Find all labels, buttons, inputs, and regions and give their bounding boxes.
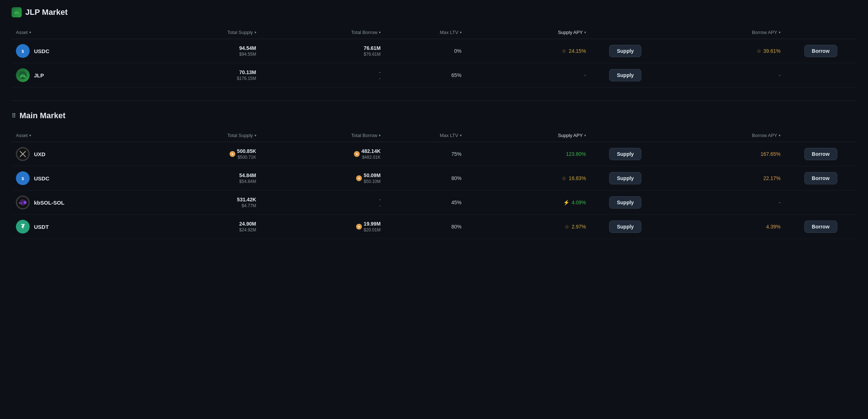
asset-icon-uxd bbox=[16, 147, 30, 161]
supply-button[interactable]: Supply bbox=[609, 196, 641, 209]
table-row: ₮ USDT 24.90M $24.92M ● bbox=[12, 215, 856, 239]
table-row: JLP 70.13M $176.15M -- 65% bbox=[12, 63, 856, 87]
jlp-col-supply-btn bbox=[590, 26, 660, 39]
star-icon: ☆ bbox=[757, 48, 761, 54]
asset-icon-usdc: $ bbox=[16, 171, 30, 185]
main-market-section: ⠿ Main Market Asset ▾ Total Supply ▾ bbox=[12, 111, 856, 239]
jlp-logo-icon bbox=[12, 7, 22, 17]
max-ltv-cell: 80% bbox=[385, 166, 466, 191]
borrow-sub: $50.10M bbox=[364, 179, 381, 184]
total-supply-cell: 24.90M $24.92M bbox=[136, 215, 260, 239]
jlp-col-borrow-apy[interactable]: Borrow APY ▾ bbox=[660, 26, 785, 39]
bolt-icon: ⚡ bbox=[563, 200, 569, 205]
borrow-main: 482.14K bbox=[362, 148, 381, 154]
borrow-button[interactable]: Borrow bbox=[804, 148, 837, 160]
supply-apy-value: 16.83% bbox=[569, 175, 586, 181]
total-supply-cell: ● 500.85K $500.71K bbox=[136, 142, 260, 166]
supply-apy-cell: 123.80% bbox=[466, 142, 590, 166]
borrow-sub: $20.01M bbox=[364, 227, 381, 232]
borrow-button[interactable]: Borrow bbox=[804, 45, 837, 57]
borrow-apy-cell: 4.39% bbox=[660, 215, 785, 239]
max-ltv-cell: 45% bbox=[385, 191, 466, 215]
supply-button[interactable]: Supply bbox=[609, 69, 641, 81]
supply-btn-cell: Supply bbox=[590, 166, 660, 191]
asset-cell: JLP bbox=[12, 63, 136, 87]
asset-cell: kb kbSOL-SOL bbox=[12, 191, 136, 215]
supply-apy-value: 4.09% bbox=[572, 200, 586, 205]
main-col-supply-apy[interactable]: Supply APY ▾ bbox=[466, 129, 590, 142]
coin-icon: ● bbox=[354, 151, 360, 157]
total-supply-cell: 54.84M $54.84M bbox=[136, 166, 260, 191]
max-ltv-cell: 80% bbox=[385, 215, 466, 239]
asset-sort-icon: ▾ bbox=[29, 30, 31, 34]
table-row: $ USDC 94.54M $94.55M bbox=[12, 39, 856, 63]
total-supply-cell: 94.54M $94.55M bbox=[136, 39, 260, 63]
asset-name: UXD bbox=[34, 151, 46, 157]
borrow-apy-cell: ☆ 39.61% bbox=[660, 39, 785, 63]
borrow-button[interactable]: Borrow bbox=[804, 172, 837, 184]
asset-name: USDC bbox=[34, 175, 50, 181]
total-borrow-cell: ● 50.09M $50.10M bbox=[261, 166, 385, 191]
supply-sub: $94.55M bbox=[239, 52, 256, 57]
supply-button[interactable]: Supply bbox=[609, 148, 641, 160]
asset-cell: UXD bbox=[12, 142, 136, 166]
total-borrow-cell: -- bbox=[261, 191, 385, 215]
supply-apy-cell: ⚡ 4.09% bbox=[466, 191, 590, 215]
jlp-col-total-borrow[interactable]: Total Borrow ▾ bbox=[261, 26, 385, 39]
supply-main: 500.85K bbox=[237, 148, 256, 154]
supply-apy-value: 24.15% bbox=[569, 48, 586, 54]
borrow-main: 50.09M bbox=[364, 172, 381, 178]
asset-icon-kbsol: kb bbox=[16, 196, 30, 209]
main-col-borrow-btn bbox=[785, 129, 856, 142]
main-ltv-sort-icon: ▾ bbox=[460, 133, 462, 137]
main-borrow-apy-sort-icon: ▾ bbox=[779, 133, 781, 137]
jlp-market-section: JLP Market Asset ▾ Total Supply ▾ bbox=[12, 7, 856, 87]
svg-point-11 bbox=[23, 201, 27, 204]
borrow-main: 76.61M bbox=[364, 45, 381, 51]
main-col-total-supply[interactable]: Total Supply ▾ bbox=[136, 129, 260, 142]
main-col-asset[interactable]: Asset ▾ bbox=[12, 129, 136, 142]
supply-button[interactable]: Supply bbox=[609, 172, 641, 184]
jlp-col-supply-apy[interactable]: Supply APY ▾ bbox=[466, 26, 590, 39]
coin-icon: ● bbox=[356, 224, 362, 230]
jlp-col-max-ltv[interactable]: Max LTV ▾ bbox=[385, 26, 466, 39]
supply-apy-sort-icon: ▾ bbox=[584, 30, 586, 34]
star-icon: ☆ bbox=[565, 224, 569, 230]
supply-main: 70.13M bbox=[237, 69, 256, 75]
table-row: $ USDC 54.84M $54.84M ● bbox=[12, 166, 856, 191]
main-col-supply-btn bbox=[590, 129, 660, 142]
borrow-apy-value: - bbox=[779, 200, 781, 205]
borrow-apy-sort-icon: ▾ bbox=[779, 30, 781, 34]
main-asset-sort-icon: ▾ bbox=[29, 133, 31, 137]
total-borrow-cell: ● 482.14K $482.01K bbox=[261, 142, 385, 166]
borrow-apy-cell: 22.17% bbox=[660, 166, 785, 191]
grid-icon: ⠿ bbox=[12, 112, 16, 119]
supply-btn-cell: Supply bbox=[590, 63, 660, 87]
supply-main: 94.54M bbox=[239, 45, 256, 51]
asset-name: USDT bbox=[34, 224, 49, 230]
borrow-sub: $76.61M bbox=[364, 52, 381, 57]
supply-main: 24.90M bbox=[239, 221, 256, 227]
borrow-sort-icon: ▾ bbox=[379, 30, 381, 34]
total-supply-cell: 531.42K $4.77M bbox=[136, 191, 260, 215]
supply-button[interactable]: Supply bbox=[609, 221, 641, 233]
asset-name: kbSOL-SOL bbox=[34, 200, 64, 206]
jlp-market-table: Asset ▾ Total Supply ▾ Total Borrow ▾ bbox=[12, 26, 856, 87]
main-col-borrow-apy[interactable]: Borrow APY ▾ bbox=[660, 129, 785, 142]
main-col-max-ltv[interactable]: Max LTV ▾ bbox=[385, 129, 466, 142]
main-market-title: ⠿ Main Market bbox=[12, 111, 856, 120]
main-col-total-borrow[interactable]: Total Borrow ▾ bbox=[261, 129, 385, 142]
main-market-table: Asset ▾ Total Supply ▾ Total Borrow ▾ bbox=[12, 129, 856, 239]
supply-button[interactable]: Supply bbox=[609, 45, 641, 57]
borrow-button[interactable]: Borrow bbox=[804, 221, 837, 233]
borrow-sub: $482.01K bbox=[362, 155, 381, 160]
max-ltv-cell: 65% bbox=[385, 63, 466, 87]
supply-btn-cell: Supply bbox=[590, 142, 660, 166]
borrow-btn-cell: Borrow bbox=[785, 166, 856, 191]
star-icon: ☆ bbox=[562, 175, 566, 181]
borrow-apy-value: 22.17% bbox=[764, 175, 781, 181]
jlp-col-asset[interactable]: Asset ▾ bbox=[12, 26, 136, 39]
borrow-apy-cell: - bbox=[660, 63, 785, 87]
jlp-col-total-supply[interactable]: Total Supply ▾ bbox=[136, 26, 260, 39]
table-row: UXD ● 500.85K $500.71K ● 482.14K bbox=[12, 142, 856, 166]
